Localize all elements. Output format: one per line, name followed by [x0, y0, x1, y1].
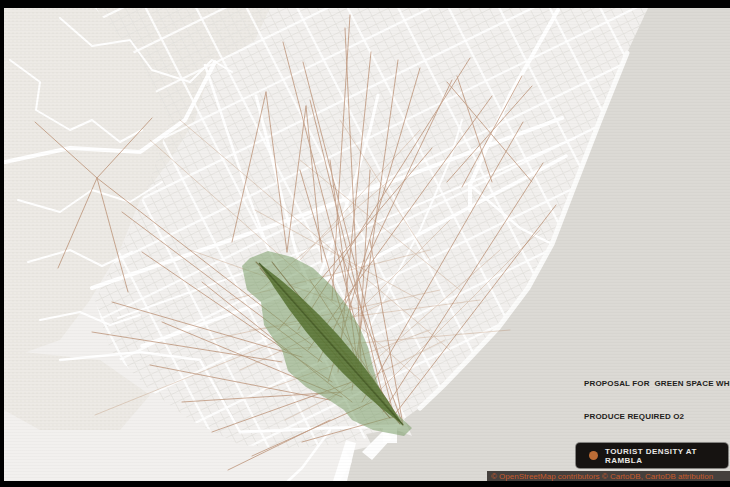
letterbox-top	[0, 0, 730, 8]
legend-label: TOURIST DENSITY AT RAMBLA	[605, 447, 728, 465]
attribution-link[interactable]: © OpenStreetMap contributors © CartoDB, …	[491, 472, 713, 481]
letterbox-left	[0, 0, 4, 487]
density-dot-icon	[589, 451, 598, 460]
proposal-annotation: PROPOSAL FOR GREEN SPACE WHICH PRODUCE R…	[584, 356, 730, 444]
proposal-line-2: PRODUCE REQUIRED O2	[584, 411, 730, 422]
proposal-line-1: PROPOSAL FOR GREEN SPACE WHICH	[584, 378, 730, 389]
screenshot-stage: PROPOSAL FOR GREEN SPACE WHICH PRODUCE R…	[0, 0, 730, 487]
tourist-density-legend: TOURIST DENSITY AT RAMBLA	[576, 443, 728, 468]
letterbox-bottom	[0, 481, 730, 487]
